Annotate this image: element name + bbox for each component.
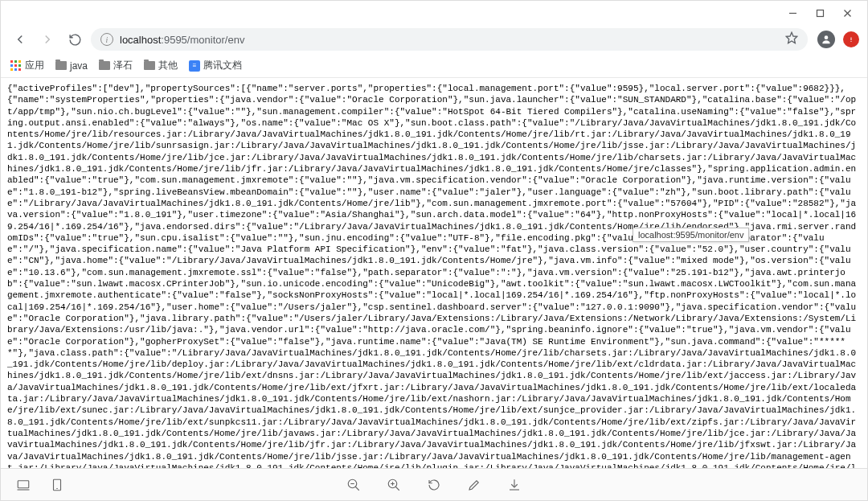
refresh-button[interactable]: [423, 474, 445, 496]
folder-icon: [55, 61, 67, 70]
bookmark-label: 其他: [158, 59, 178, 72]
zoom-in-button[interactable]: [383, 474, 405, 496]
bookmark-star-icon[interactable]: [785, 31, 798, 47]
site-info-icon[interactable]: i: [100, 33, 113, 46]
bookmark-label: 腾讯文档: [203, 59, 242, 72]
back-button[interactable]: [9, 28, 31, 51]
svg-line-14: [395, 487, 399, 491]
bookmark-folder-java[interactable]: java: [55, 60, 88, 72]
device-icon[interactable]: [12, 474, 35, 496]
folder-icon: [99, 61, 110, 70]
browser-window: i localhost:9595/monitor/env 应用 java: [0, 0, 868, 501]
tencent-docs-icon: ≡: [189, 60, 200, 72]
edit-button[interactable]: [463, 474, 485, 496]
download-button[interactable]: [503, 474, 526, 496]
profile-avatar[interactable]: [817, 31, 835, 48]
maximize-button[interactable]: [806, 4, 833, 22]
svg-rect-1: [817, 10, 823, 16]
bookmarks-bar: 应用 java 泽石 其他 ≡ 腾讯文档: [1, 54, 867, 78]
svg-rect-6: [18, 480, 29, 487]
reload-button[interactable]: [63, 28, 86, 51]
link-hover-tooltip: localhost:9595/monitor/env: [633, 228, 749, 242]
bookmark-label: 泽石: [113, 59, 133, 72]
apps-shortcut[interactable]: 应用: [10, 59, 44, 72]
apps-label: 应用: [25, 59, 44, 72]
bookmark-tencent-docs[interactable]: ≡ 腾讯文档: [189, 59, 242, 72]
json-response-body[interactable]: {"activeProfiles":["dev"],"propertySourc…: [1, 78, 867, 468]
window-titlebar: [1, 1, 867, 25]
bookmark-label: java: [70, 60, 88, 72]
minimize-button[interactable]: [779, 4, 806, 22]
tablet-icon[interactable]: [46, 474, 68, 496]
bookmark-folder-zeshi[interactable]: 泽石: [99, 59, 133, 72]
bottom-toolbar: [1, 468, 867, 500]
forward-button[interactable]: [36, 28, 59, 51]
extension-badge[interactable]: [843, 31, 859, 47]
svg-point-5: [825, 35, 829, 39]
folder-icon: [144, 61, 155, 70]
zoom-out-button[interactable]: [342, 474, 365, 496]
svg-line-11: [355, 487, 359, 491]
browser-navbar: i localhost:9595/monitor/env: [1, 25, 867, 54]
svg-marker-4: [786, 32, 796, 43]
page-content[interactable]: {"activeProfiles":["dev"],"propertySourc…: [1, 78, 867, 468]
bookmark-folder-other[interactable]: 其他: [144, 59, 178, 72]
url-text: localhost:9595/monitor/env: [120, 34, 244, 46]
close-button[interactable]: [833, 4, 861, 22]
address-bar[interactable]: i localhost:9595/monitor/env: [91, 28, 808, 51]
apps-icon: [10, 60, 22, 72]
